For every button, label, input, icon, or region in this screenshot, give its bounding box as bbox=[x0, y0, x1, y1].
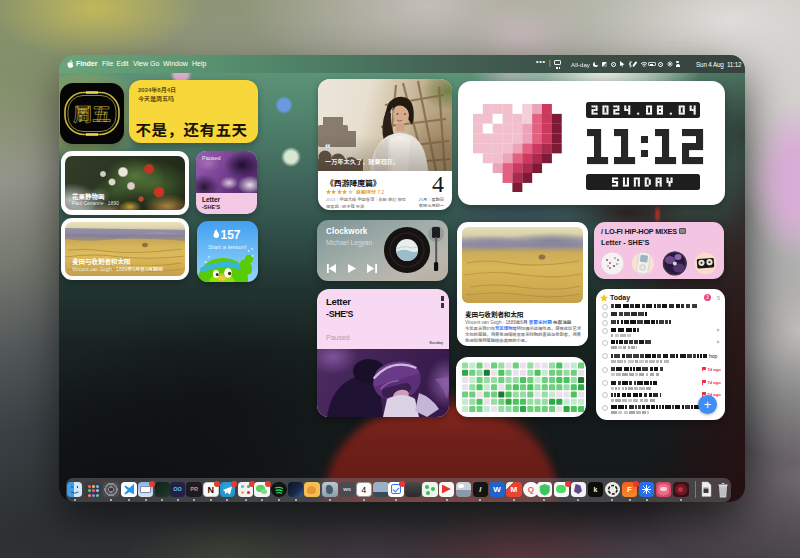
svg-text:157: 157 bbox=[221, 228, 241, 242]
svg-text:Start a lesson!: Start a lesson! bbox=[208, 244, 247, 250]
svg-text:周五: 周五 bbox=[73, 99, 111, 126]
